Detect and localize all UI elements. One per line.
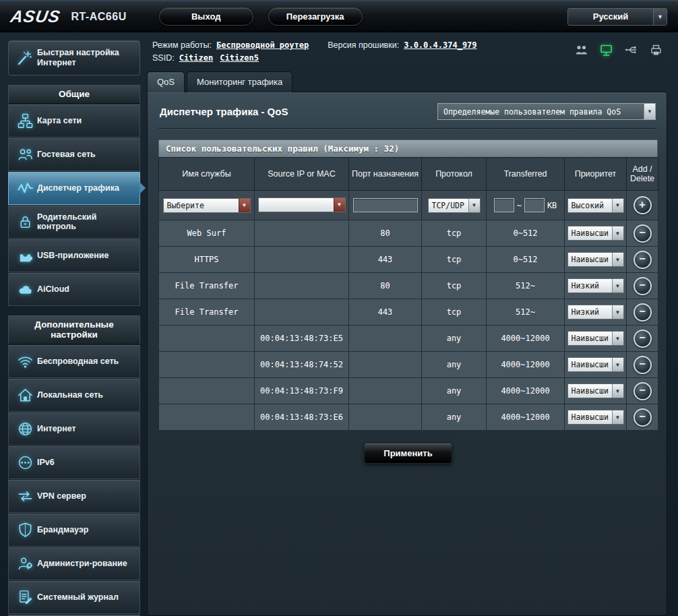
model-name: RT-AC66U [71,11,126,23]
sidebar-item-label: Локальная сеть [37,390,103,400]
chevron-down-icon [612,226,623,240]
service-cell [159,378,255,404]
wired-lan-icon[interactable] [599,43,613,57]
ssid-link-2[interactable]: Citizen5 [220,53,259,63]
guest-network-icon [13,146,37,163]
sidebar-item-parental-control[interactable]: Родительский контроль [8,206,140,239]
printer-icon[interactable] [649,43,663,57]
priority-value: Наивысши [568,358,612,371]
table-row: File Transfer 443 tcp 512~ Низкий [159,299,658,326]
destination-port-input[interactable] [353,198,418,212]
protocol-cell: any [422,404,487,431]
logout-button[interactable]: Выход [159,7,253,26]
delete-rule-button[interactable] [634,303,652,321]
table-row: 00:04:13:48:73:E6 any 4000~12000 Наивысш… [159,404,658,431]
sidebar-item-vpn-server[interactable]: VPN сервер [8,480,140,513]
tab-qos[interactable]: QoS [147,71,185,92]
wireless-icon [13,353,37,370]
delete-rule-button[interactable] [634,408,652,427]
sidebar-item-ipv6[interactable]: IPv6 [8,446,140,479]
quick-internet-setup-button[interactable]: Быстрая настройка Интернет [8,40,140,75]
sidebar-item-wireless[interactable]: Беспроводная сеть [8,345,140,378]
priority-select[interactable]: Низкий [567,305,624,319]
service-name-select[interactable]: Выберите [163,198,251,213]
apply-button[interactable]: Применить [364,443,452,464]
usb-device-icon[interactable] [624,43,638,57]
port-cell [349,404,422,431]
col-priority: Приоритет [565,158,627,191]
sidebar-item-guest-network[interactable]: Гостевая сеть [8,138,140,171]
sidebar-item-label: Интернет [37,424,76,433]
main-column: Режим работы: Беспроводной роутер Версия… [147,40,678,616]
sidebar-item-traffic-manager[interactable]: Диспетчер трафика [8,172,140,205]
sidebar-item-administration[interactable]: Администри-рование [8,547,140,580]
priority-select[interactable]: Наивысши [567,410,624,425]
table-row: 00:04:13:48:74:52 any 4000~12000 Наивысш… [159,352,658,378]
asus-logo: ASUS [9,7,62,26]
delete-rule-button[interactable] [634,251,652,269]
chevron-down-icon [239,199,250,212]
source-cell: 00:04:13:48:73:F9 [255,378,349,404]
protocol-cell: any [422,352,487,378]
priority-select[interactable]: Наивысши [567,252,624,267]
sidebar-item-label: Карта сети [37,116,82,125]
qos-type-select[interactable]: Определяемые пользователем правила QoS [437,103,656,120]
sidebar-item-system-log[interactable]: Системный журнал [8,581,140,614]
col-transferred: Transferred [487,158,565,191]
ipv6-icon [13,454,37,471]
quick-setup-label: Быстрая настройка Интернет [37,48,135,68]
protocol-select[interactable]: TCP/UDP [428,198,481,213]
rules-table-wrap: Список пользовательских правил (Максимум… [158,140,658,464]
sidebar-item-network-map[interactable]: Карта сети [8,104,140,137]
priority-value: Низкий [568,279,612,292]
delete-rule-button[interactable] [634,330,652,348]
transferred-cell: 4000~12000 [487,404,565,431]
language-select[interactable]: Русский [567,8,667,26]
sidebar-item-usb-application[interactable]: USB-приложение [8,239,140,272]
add-rule-button[interactable] [634,196,652,214]
delete-rule-button[interactable] [634,224,652,243]
firmware-version-link[interactable]: 3.0.0.4.374_979 [404,40,476,50]
delete-rule-button[interactable] [634,277,652,295]
reboot-button[interactable]: Перезагрузка [268,7,363,26]
table-row: File Transfer 80 tcp 512~ Низкий [159,273,658,299]
priority-select[interactable]: Высокий [567,198,624,213]
service-cell [159,404,255,431]
protocol-cell: tcp [422,220,487,247]
sidebar-item-firewall[interactable]: Брандмауэр [8,514,140,547]
delete-rule-button[interactable] [634,356,652,374]
service-cell: File Transfer [159,273,255,299]
col-dest-port: Порт назначения [349,158,422,191]
tab-traffic-monitor[interactable]: Мониторинг трафика [187,71,292,92]
table-header-row: Имя службы Source IP or MAC Порт назначе… [159,158,658,191]
protocol-cell: any [422,326,487,352]
status-icons [574,43,663,57]
sidebar-item-lan[interactable]: Локальная сеть [8,379,140,412]
sidebar-item-label: Администри-рование [37,559,127,568]
priority-select[interactable]: Наивысши [567,357,624,372]
operation-mode-link[interactable]: Беспроводной роутер [216,40,309,50]
port-cell: 80 [349,273,422,299]
priority-select[interactable]: Наивысши [567,226,624,241]
priority-value: Наивысши [568,253,612,266]
transferred-cell: 4000~12000 [487,378,565,404]
parental-control-icon [13,214,37,230]
transferred-min-input[interactable] [494,198,514,212]
priority-select[interactable]: Наивысши [567,331,624,346]
qos-type-value: Определяемые пользователем правила QoS [438,104,644,119]
source-select[interactable] [258,197,346,212]
transferred-max-input[interactable] [524,198,545,212]
clients-icon[interactable] [574,43,588,57]
priority-select[interactable]: Наивысши [567,383,624,398]
sidebar-item-wan[interactable]: Интернет [8,412,140,445]
qos-rules-table: Имя службы Source IP or MAC Порт назначе… [158,157,658,431]
administration-icon [13,555,37,572]
priority-select[interactable]: Низкий [567,278,624,293]
chevron-down-icon [612,358,623,371]
priority-value: Высокий [568,199,612,212]
ssid-link-1[interactable]: Citizen [179,53,214,63]
port-cell: 443 [349,247,422,273]
sidebar-item-aicloud[interactable]: AiCloud [8,273,140,306]
delete-rule-button[interactable] [634,382,652,400]
col-protocol: Протокол [422,158,487,191]
